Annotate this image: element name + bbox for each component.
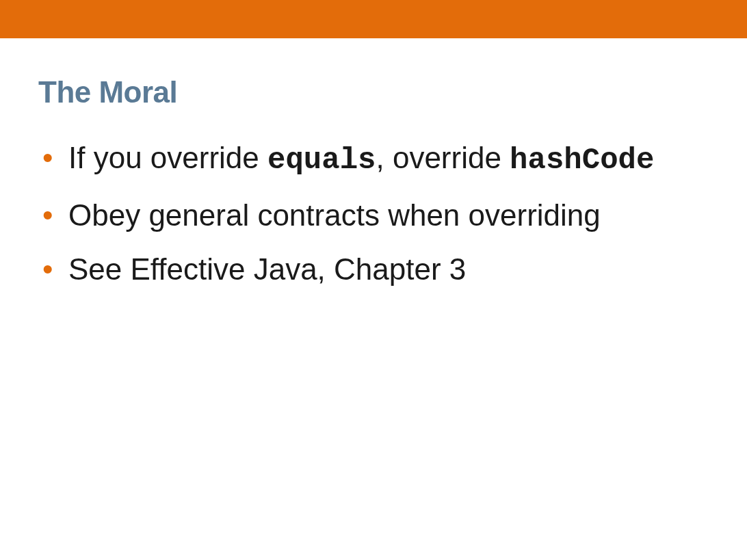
bullet-text: If you override bbox=[68, 141, 267, 174]
slide-title: The Moral bbox=[38, 75, 709, 109]
top-accent-bar bbox=[0, 0, 747, 38]
code-text: equals bbox=[267, 143, 376, 177]
slide-content: The Moral If you override equals, overri… bbox=[0, 38, 747, 288]
bullet-item: If you override equals, override hashCod… bbox=[38, 139, 709, 179]
bullet-item: See Effective Java, Chapter 3 bbox=[38, 251, 709, 288]
bullet-text: See Effective Java, Chapter 3 bbox=[68, 252, 466, 286]
bullet-text: Obey general contracts when overriding bbox=[68, 198, 601, 232]
code-text: hashCode bbox=[510, 143, 654, 177]
bullet-list: If you override equals, override hashCod… bbox=[38, 139, 709, 288]
slide: The Moral If you override equals, overri… bbox=[0, 0, 747, 560]
bullet-item: Obey general contracts when overriding bbox=[38, 197, 709, 234]
bullet-text: , override bbox=[376, 141, 510, 174]
